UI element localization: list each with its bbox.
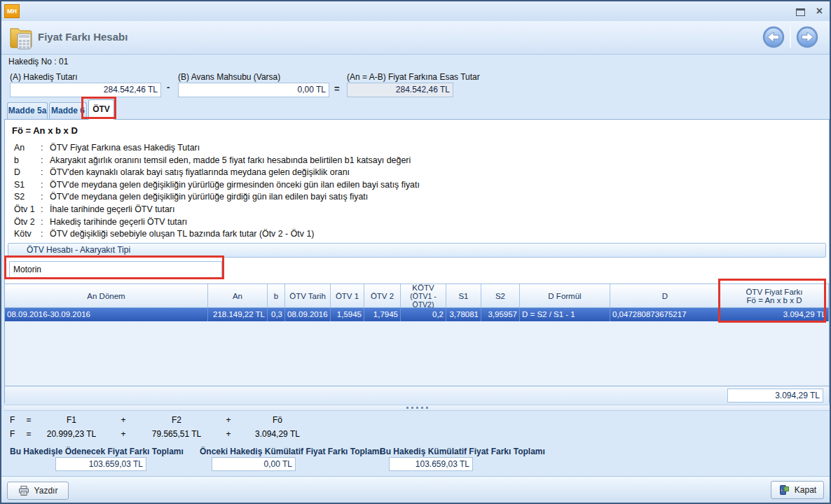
cell-s2: 3,95957 [481, 308, 520, 321]
avans-mahsubu-label: (B) Avans Mahsubu (Varsa) [178, 72, 280, 82]
avans-mahsubu-input[interactable]: 0,00 TL [178, 83, 329, 97]
otv-hesabi-group-header: ÖTV Hesabı - Akaryakıt Tipi [8, 243, 826, 258]
col-header-an: An [208, 284, 268, 307]
col-header-s1: S1 [446, 284, 481, 307]
col-header-kotv: KÖTV(ÖTV1 - ÖTV2) [401, 284, 446, 307]
title-bar: MH × [1, 1, 830, 21]
footer-bar: Yazdır Kapat [1, 476, 830, 503]
cell-d: 0,047280873675217 [610, 308, 720, 321]
col-header-b: b [268, 284, 285, 307]
definition-row: D:ÖTV'den kaynaklı olarak bayi satış fiy… [14, 167, 420, 180]
col-header-d: D [610, 284, 720, 307]
otv-formula-title: Fö = An x b x D [12, 125, 78, 136]
formula-definitions: An:ÖTV Fiyat Farkına esas Hakediş Tutarı… [14, 143, 420, 241]
cell-an-donem: 08.09.2016-30.09.2016 [5, 308, 208, 321]
cell-d-formul: D = S2 / S1 - 1 [520, 308, 610, 321]
equals-operator: = [334, 83, 340, 94]
hakedis-tutari-input[interactable]: 284.542,46 TL [10, 83, 161, 97]
akaryakit-tipi-input[interactable]: Motorin [9, 261, 222, 278]
maximize-icon[interactable] [796, 8, 805, 16]
exit-door-icon [778, 484, 790, 496]
definition-row: S2:ÖTV'de meydana gelen değişikliğin yür… [14, 192, 420, 204]
definition-row: Kötv:ÖTV değişikliği sebebiyle oluşan TL… [14, 229, 420, 241]
f-values-row: F = 20.999,23 TL + 79.565,51 TL + 3.094,… [10, 429, 310, 439]
otv-total-value: 3.094,29 TL [727, 388, 823, 402]
cell-otv-fiyat-farki: 3.094,29 TL [720, 308, 829, 321]
bu-hakedis-kumulatif-value: 103.659,03 TL [389, 457, 473, 471]
table-header-row: An Dönem An b ÖTV Tarih ÖTV 1 ÖTV 2 KÖTV… [5, 284, 829, 308]
cell-b: 0,3 [268, 308, 285, 321]
back-arrow-icon[interactable] [762, 26, 785, 48]
cell-otv-tarih: 08.09.2016 [285, 308, 331, 321]
definition-row: Ötv 2:Hakediş tarihinde geçerli ÖTV tuta… [14, 217, 420, 230]
definition-row: b:Akaryakıt ağırlık oranını temsil eden,… [14, 155, 420, 168]
cell-kotv: 0,2 [401, 308, 446, 321]
col-header-an-donem: An Dönem [5, 284, 208, 307]
otv-tab-panel: Fö = An x b x D An:ÖTV Fiyat Farkına esa… [4, 119, 830, 403]
printer-icon [18, 485, 29, 496]
cell-s1: 3,78081 [446, 308, 481, 321]
odenecek-toplam-value: 103.659,03 TL [55, 457, 146, 471]
minus-operator: - [167, 82, 170, 92]
close-icon[interactable]: × [816, 6, 823, 17]
tab-madde-5a[interactable]: Madde 5a [7, 102, 48, 119]
table-total-bar: 3.094,29 TL [5, 386, 829, 404]
odenecek-toplam-label: Bu Hakedişle Ödenecek Fiyat Farkı Toplam… [10, 447, 184, 456]
onceki-kumulatif-label: Önceki Hakediş Kümülatif Fiyat Farkı Top… [200, 447, 382, 456]
hakedis-no-label: Hakediş No : 01 [8, 57, 68, 66]
header: Fiyat Farkı Hesabı [1, 21, 830, 55]
hakedis-tutari-label: (A) Hakediş Tutarı [10, 72, 78, 82]
cell-otv2: 1,7945 [364, 308, 401, 321]
nav-buttons [762, 26, 818, 48]
close-window-button[interactable]: Kapat [771, 481, 824, 499]
calculator-folder-icon [7, 24, 35, 52]
forward-arrow-icon[interactable] [796, 26, 818, 48]
cell-otv1: 1,5945 [331, 308, 364, 321]
fiyat-farki-hesabi-window: MH × Fiyat Farkı Hesabı [0, 0, 831, 504]
table-empty-area [5, 321, 829, 386]
col-header-otv2: ÖTV 2 [364, 284, 401, 307]
nav-divider [790, 27, 791, 48]
page-title: Fiyat Farkı Hesabı [38, 31, 128, 43]
fiyat-farkina-esas-tutar-value: 284.542,46 TL [347, 83, 453, 97]
otv-table: An Dönem An b ÖTV Tarih ÖTV 1 ÖTV 2 KÖTV… [5, 284, 829, 404]
app-logo-icon: MH [4, 4, 20, 18]
definition-row: S1:ÖTV'de meydana gelen değişikliğin yür… [14, 180, 420, 192]
print-button[interactable]: Yazdır [7, 482, 69, 500]
col-header-otv1: ÖTV 1 [331, 284, 364, 307]
table-row-selected[interactable]: 08.09.2016-30.09.2016 218.149,22 TL 0,3 … [5, 308, 829, 321]
fiyat-farkina-esas-tutar-label: (An = A-B) Fiyat Farkına Esas Tutar [347, 72, 480, 82]
definition-row: An:ÖTV Fiyat Farkına esas Hakediş Tutarı [14, 143, 420, 155]
f-formula-row: F = F1 + F2 + Fö [10, 415, 310, 425]
splitter-handle[interactable] [4, 405, 830, 411]
tab-otv[interactable]: ÖTV [88, 99, 114, 120]
onceki-kumulatif-value: 0,00 TL [212, 457, 296, 471]
tab-madde-6[interactable]: Madde 6 [49, 102, 87, 119]
cell-an: 218.149,22 TL [208, 308, 268, 321]
col-header-s2: S2 [481, 284, 520, 307]
definition-row: Ötv 1:İhale tarihinde geçerli ÖTV tutarı [14, 204, 420, 217]
bu-hakedis-kumulatif-label: Bu Hakediş Kümülatif Fiyat Farkı Toplamı [380, 447, 545, 456]
col-header-otv-fiyat-farki: ÖTV Fiyat FarkıFö = An x b x D [720, 284, 829, 307]
col-header-otv-tarih: ÖTV Tarih [285, 284, 331, 307]
window-controls: × [796, 6, 823, 17]
col-header-d-formul: D Formül [520, 284, 610, 307]
